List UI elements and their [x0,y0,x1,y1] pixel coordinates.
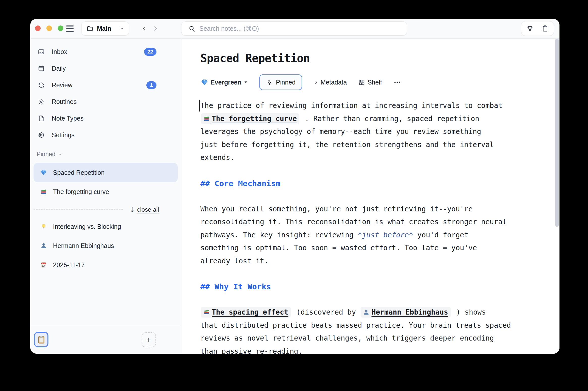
close-all-link[interactable]: close all [137,206,159,213]
triangle-down-icon [244,80,248,84]
note-type-label: Evergreen [210,79,241,86]
person-icon [363,309,369,315]
chevron-right-icon [314,80,318,85]
new-note-button[interactable]: + [142,332,156,347]
note-title[interactable]: Spaced Repetition [200,52,310,65]
app-window: Main Search notes... (⌘O) Inbox22DailyRe… [30,19,559,354]
books-icon [203,309,210,315]
forward-button[interactable] [152,25,159,32]
count-badge: 1 [146,81,156,89]
sidebar-item-label: Review [52,81,146,89]
sidebar-item-review[interactable]: Review1 [30,77,181,93]
body-text: (discovered by [292,308,360,316]
shelf-label: Shelf [367,79,382,86]
text-line: reviews as novel retrieval challenges, w… [200,332,531,345]
note-type-dropdown[interactable]: Evergreen [201,79,248,86]
recent-note-item[interactable]: 172025-11-17 [34,255,178,274]
body-text: pathways. The key insight: reviewing [200,231,358,239]
workspace-dropdown[interactable]: Main [81,21,129,36]
note-link[interactable]: The forgetting curve [201,113,299,124]
pinned-button-label: Pinned [276,79,296,86]
body-text: something is optimal. Too soon = wasted … [200,244,477,252]
sun-icon [38,98,45,105]
sidebar-item-settings[interactable]: Settings [30,127,181,143]
recent-list: Interleaving vs. BlockingHermann Ebbingh… [30,217,181,274]
body-text: than passive re-reading. [200,347,303,354]
sidebar-item-inbox[interactable]: Inbox22 [30,43,181,60]
workspace-switcher-button[interactable] [34,332,48,347]
gear-icon [38,132,45,138]
body-text: reviews as novel retrieval challenges, w… [200,334,494,342]
pinned-section-header[interactable]: Pinned [37,149,62,159]
gem-icon [201,79,208,86]
more-options-button[interactable] [393,78,401,86]
zoom-window-button[interactable] [58,25,63,31]
bulb-icon [40,223,47,230]
sidebar-item-note-types[interactable]: Note Types [30,110,181,127]
body-text: extends. [200,153,234,162]
toolbar: Main Search notes... (⌘O) [30,19,559,38]
note-link-text: The forgetting curve [212,115,297,123]
chevron-down-icon [58,152,62,156]
note-link-label: Interleaving vs. Blocking [53,223,121,230]
metadata-label: Metadata [320,79,347,86]
refresh-icon [38,82,45,89]
sidebar-item-routines[interactable]: Routines [30,93,181,110]
text-line: The forgetting curve . Rather than cramm… [200,112,531,125]
search-input[interactable]: Search notes... (⌘O) [181,21,407,36]
pinned-list: Spaced RepetitionThe forgetting curve [30,163,181,201]
lightbulb-icon[interactable] [526,25,533,32]
back-button[interactable] [141,25,148,32]
paragraph: The spacing effect (discovered by Herman… [200,306,531,354]
note-link-text: The spacing effect [212,308,288,316]
text-line: something is optimal. Too soon = wasted … [200,241,531,255]
pinned-toggle-button[interactable]: Pinned [259,74,302,90]
clipboard-icon[interactable] [542,25,549,32]
recent-note-item[interactable]: Interleaving vs. Blocking [34,217,178,236]
sidebar-footer-divider [30,326,181,326]
body-text: When you recall something, you're not ju… [200,205,473,213]
note-link-label: 2025-11-17 [53,261,85,269]
books-icon [203,116,210,122]
pin-icon [266,79,273,86]
clipboard-emoji-icon [37,335,46,344]
note-tag-bar: Evergreen Pinned Metadata Shelf [201,74,401,91]
body-text: reconsolidating it. This reconsolidation… [200,218,507,226]
count-badge: 22 [144,48,156,56]
minimize-window-button[interactable] [46,25,52,31]
pinned-note-item[interactable]: Spaced Repetition [34,163,178,182]
chevron-down-icon [119,26,124,31]
note-body[interactable]: The practice of reviewing information at… [200,99,531,354]
search-icon [189,25,195,32]
body-text: you'd forget [413,231,468,239]
paragraph: The practice of reviewing information at… [200,99,531,164]
ellipsis-icon [393,78,401,86]
note-link[interactable]: Hermann Ebbinghaus [361,307,450,318]
sidebar-item-label: Routines [52,98,156,105]
close-window-button[interactable] [35,25,41,31]
body-text: ) shows [452,308,486,316]
menu-icon[interactable] [66,25,74,32]
down-arrow-icon: ↓ [129,206,135,213]
sidebar-nav: Inbox22DailyReview1RoutinesNote TypesSet… [30,43,181,143]
pinned-section-label: Pinned [37,151,56,158]
sidebar-item-label: Note Types [52,115,156,122]
text-line: The spacing effect (discovered by Herman… [200,306,531,319]
body-text: . Rather than cramming, spaced repetitio… [301,115,479,123]
note-link[interactable]: The spacing effect [201,307,291,318]
sidebar-item-label: Settings [52,131,156,139]
metadata-toggle[interactable]: Metadata [314,79,347,86]
dashed-divider [34,209,123,210]
workspace-label: Main [97,25,116,32]
folder-icon [87,25,93,32]
shelf-button[interactable]: Shelf [358,79,382,86]
pinned-note-item[interactable]: The forgetting curve [34,182,178,201]
sidebar: Inbox22DailyReview1RoutinesNote TypesSet… [30,39,181,354]
section-heading: ## Why It Works [200,281,531,292]
sidebar-item-daily[interactable]: Daily [30,60,181,77]
note-link-text: Hermann Ebbinghaus [371,308,448,316]
recent-note-item[interactable]: Hermann Ebbinghaus [34,236,178,255]
vertical-scrollbar[interactable] [555,39,559,227]
paragraph: When you recall something, you're not ju… [200,203,531,268]
text-cursor [199,100,200,111]
